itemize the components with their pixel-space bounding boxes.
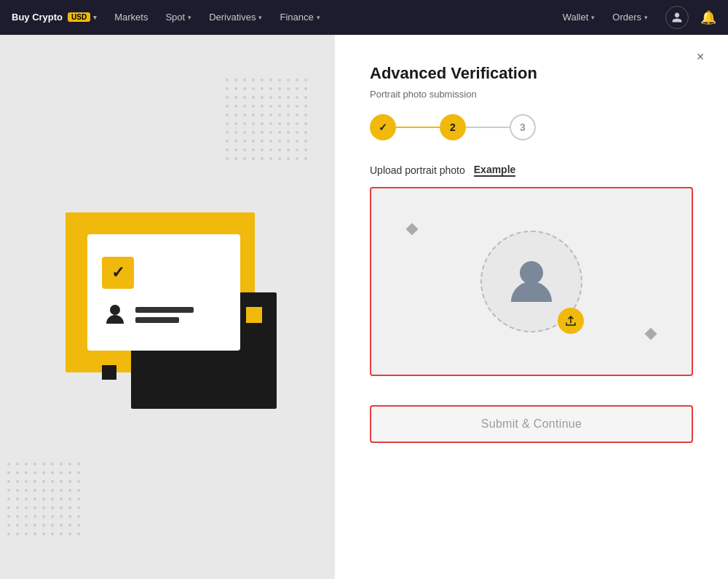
person-silhouette-icon (102, 302, 128, 328)
step-3: 3 (510, 114, 536, 140)
id-line-2 (135, 317, 179, 323)
dot-pattern-tr (226, 79, 313, 166)
upload-icon (564, 314, 577, 327)
yellow-accent-square (246, 307, 262, 323)
black-accent-square (102, 365, 116, 380)
step-2: 2 (440, 114, 466, 140)
upload-area[interactable] (370, 187, 693, 376)
step-1: ✓ (370, 114, 396, 140)
id-line-1 (135, 307, 194, 313)
id-lines (135, 307, 194, 323)
nav-derivatives[interactable]: Derivatives ▾ (209, 12, 262, 23)
upload-inner (473, 223, 590, 340)
nav-orders[interactable]: Orders ▾ (612, 12, 648, 23)
checkmark-badge: ✓ (102, 257, 134, 289)
upload-badge-button[interactable] (558, 308, 584, 334)
profile-icon-button[interactable] (665, 6, 689, 29)
orders-chevron: ▾ (644, 14, 648, 21)
buy-crypto-label: Buy Crypto (12, 12, 63, 23)
svg-rect-1 (226, 79, 313, 166)
id-illustration: ✓ (51, 191, 284, 423)
stepper: ✓ 2 3 (370, 114, 693, 140)
left-panel: ✓ (0, 35, 335, 579)
nav-finance[interactable]: Finance ▾ (280, 12, 320, 23)
close-button[interactable]: × (690, 47, 711, 67)
diamond-decoration-tl (406, 223, 419, 236)
svg-point-5 (520, 261, 543, 284)
person-lines-area (102, 302, 194, 328)
example-link[interactable]: Example (474, 164, 516, 177)
main-content: ✓ × Advanced Verification Por (0, 35, 728, 579)
step-line-2 (466, 127, 510, 128)
nav-markets[interactable]: Markets (114, 12, 148, 23)
upload-label-row: Upload portrait photo Example (370, 164, 693, 177)
notification-bell[interactable]: 🔔 (700, 9, 716, 25)
diamond-decoration-br (645, 328, 657, 340)
svg-point-4 (110, 305, 120, 315)
nav-wallet[interactable]: Wallet ▾ (563, 12, 596, 23)
navbar: Buy Crypto USD ▾ Markets Spot ▾ Derivati… (0, 0, 728, 35)
submit-continue-button[interactable]: Submit & Continue (370, 405, 693, 443)
modal-title: Advanced Verification (370, 64, 693, 83)
profile-icon (671, 12, 683, 23)
spot-chevron: ▾ (188, 14, 191, 21)
portrait-container (473, 223, 590, 340)
id-card: ✓ (87, 234, 240, 351)
nav-icon-group: 🔔 (665, 6, 716, 29)
nav-spot[interactable]: Spot ▾ (165, 12, 191, 23)
wallet-chevron: ▾ (591, 14, 595, 21)
finance-chevron: ▾ (317, 14, 320, 21)
step-line-1 (396, 127, 440, 128)
svg-rect-3 (7, 463, 80, 535)
upload-portrait-label: Upload portrait photo (370, 164, 465, 176)
portrait-person-icon (502, 252, 561, 311)
right-panel: × Advanced Verification Portrait photo s… (335, 35, 728, 579)
modal-subtitle: Portrait photo submission (370, 89, 693, 100)
derivatives-chevron: ▾ (258, 14, 262, 21)
usd-badge: USD (68, 12, 90, 22)
dot-pattern-bl (7, 463, 80, 535)
buy-crypto-chevron: ▾ (93, 14, 97, 21)
nav-buy-crypto[interactable]: Buy Crypto USD ▾ (12, 12, 97, 23)
